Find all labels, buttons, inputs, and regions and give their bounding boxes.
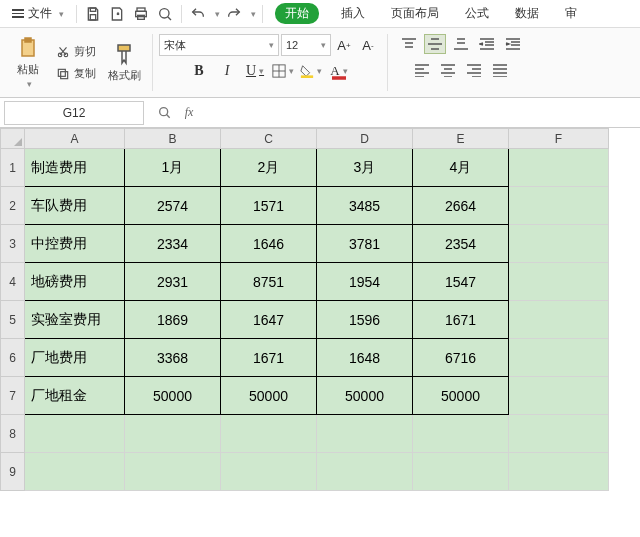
file-menu[interactable]: 文件 ▾	[6, 3, 70, 24]
col-header[interactable]: A	[25, 129, 125, 149]
cell[interactable]: 1648	[317, 339, 413, 377]
underline-button[interactable]: U▾	[244, 60, 266, 82]
cell[interactable]: 1954	[317, 263, 413, 301]
format-painter-button[interactable]: 格式刷	[104, 34, 144, 92]
bold-button[interactable]: B	[188, 60, 210, 82]
cell[interactable]: 1547	[413, 263, 509, 301]
cell[interactable]	[509, 339, 609, 377]
row-header[interactable]: 9	[1, 453, 25, 491]
cell[interactable]	[25, 453, 125, 491]
row-header[interactable]: 4	[1, 263, 25, 301]
name-box[interactable]: G12	[4, 101, 144, 125]
redo-icon[interactable]	[224, 4, 244, 24]
cell[interactable]: 1646	[221, 225, 317, 263]
cell[interactable]	[125, 453, 221, 491]
cell[interactable]	[221, 453, 317, 491]
cell[interactable]: 地磅费用	[25, 263, 125, 301]
cell[interactable]: 50000	[221, 377, 317, 415]
italic-button[interactable]: I	[216, 60, 238, 82]
increase-font-button[interactable]: A+	[333, 34, 355, 56]
preview-icon[interactable]	[155, 4, 175, 24]
cell[interactable]: 2574	[125, 187, 221, 225]
fill-color-button[interactable]: ▾	[300, 60, 322, 82]
cell[interactable]: 1月	[125, 149, 221, 187]
cell[interactable]: 8751	[221, 263, 317, 301]
cell[interactable]: 50000	[125, 377, 221, 415]
formula-input[interactable]	[204, 102, 632, 124]
cell[interactable]	[509, 301, 609, 339]
spreadsheet-grid[interactable]: ABCDEF1制造费用1月2月3月4月2车队费用2574157134852664…	[0, 128, 609, 491]
cell[interactable]: 厂地租金	[25, 377, 125, 415]
cell[interactable]	[509, 263, 609, 301]
tab-review[interactable]: 审	[561, 3, 581, 24]
cell[interactable]: 2334	[125, 225, 221, 263]
cell[interactable]: 厂地费用	[25, 339, 125, 377]
cell[interactable]: 1596	[317, 301, 413, 339]
paste-button[interactable]: 粘贴 ▾	[8, 34, 48, 92]
cell[interactable]: 3月	[317, 149, 413, 187]
tab-data[interactable]: 数据	[511, 3, 543, 24]
col-header[interactable]: D	[317, 129, 413, 149]
cell[interactable]	[509, 415, 609, 453]
cell[interactable]	[25, 415, 125, 453]
row-header[interactable]: 1	[1, 149, 25, 187]
col-header[interactable]: F	[509, 129, 609, 149]
decrease-indent-button[interactable]	[476, 34, 498, 54]
cell[interactable]: 制造费用	[25, 149, 125, 187]
cell[interactable]: 2664	[413, 187, 509, 225]
cell[interactable]	[125, 415, 221, 453]
cell[interactable]: 2月	[221, 149, 317, 187]
row-header[interactable]: 2	[1, 187, 25, 225]
cell[interactable]	[509, 377, 609, 415]
cell[interactable]: 3485	[317, 187, 413, 225]
print-icon[interactable]	[131, 4, 151, 24]
zoom-icon[interactable]	[156, 104, 174, 122]
tab-layout[interactable]: 页面布局	[387, 3, 443, 24]
tab-start[interactable]: 开始	[275, 3, 319, 24]
col-header[interactable]: C	[221, 129, 317, 149]
align-left-button[interactable]	[411, 60, 433, 80]
cell[interactable]: 3368	[125, 339, 221, 377]
row-header[interactable]: 5	[1, 301, 25, 339]
align-right-button[interactable]	[463, 60, 485, 80]
cell[interactable]	[509, 187, 609, 225]
redo-dropdown[interactable]: ▾	[251, 9, 256, 19]
align-top-button[interactable]	[398, 34, 420, 54]
save-icon[interactable]	[83, 4, 103, 24]
cell[interactable]: 1671	[221, 339, 317, 377]
cell[interactable]	[509, 149, 609, 187]
tab-insert[interactable]: 插入	[337, 3, 369, 24]
cell[interactable]: 3781	[317, 225, 413, 263]
cell[interactable]: 50000	[317, 377, 413, 415]
row-header[interactable]: 8	[1, 415, 25, 453]
cell[interactable]	[221, 415, 317, 453]
font-size-select[interactable]: 12 ▾	[281, 34, 331, 56]
cell[interactable]: 1571	[221, 187, 317, 225]
col-header[interactable]: E	[413, 129, 509, 149]
col-header[interactable]: B	[125, 129, 221, 149]
font-color-button[interactable]: A ▾	[328, 60, 350, 82]
fx-icon[interactable]: fx	[180, 104, 198, 122]
cell[interactable]: 1647	[221, 301, 317, 339]
decrease-font-button[interactable]: A-	[357, 34, 379, 56]
cell[interactable]	[413, 415, 509, 453]
cell[interactable]	[413, 453, 509, 491]
font-family-select[interactable]: 宋体 ▾	[159, 34, 279, 56]
cell[interactable]: 2354	[413, 225, 509, 263]
tab-formula[interactable]: 公式	[461, 3, 493, 24]
cell[interactable]	[509, 453, 609, 491]
cell[interactable]	[317, 415, 413, 453]
save-as-icon[interactable]	[107, 4, 127, 24]
align-middle-button[interactable]	[424, 34, 446, 54]
cell[interactable]: 实验室费用	[25, 301, 125, 339]
cell[interactable]	[509, 225, 609, 263]
row-header[interactable]: 6	[1, 339, 25, 377]
cell[interactable]	[317, 453, 413, 491]
cell[interactable]: 4月	[413, 149, 509, 187]
justify-button[interactable]	[489, 60, 511, 80]
select-all-corner[interactable]	[1, 129, 25, 149]
cell[interactable]: 1671	[413, 301, 509, 339]
copy-button[interactable]: 复制	[52, 65, 100, 83]
undo-dropdown[interactable]: ▾	[215, 9, 220, 19]
cell[interactable]: 6716	[413, 339, 509, 377]
